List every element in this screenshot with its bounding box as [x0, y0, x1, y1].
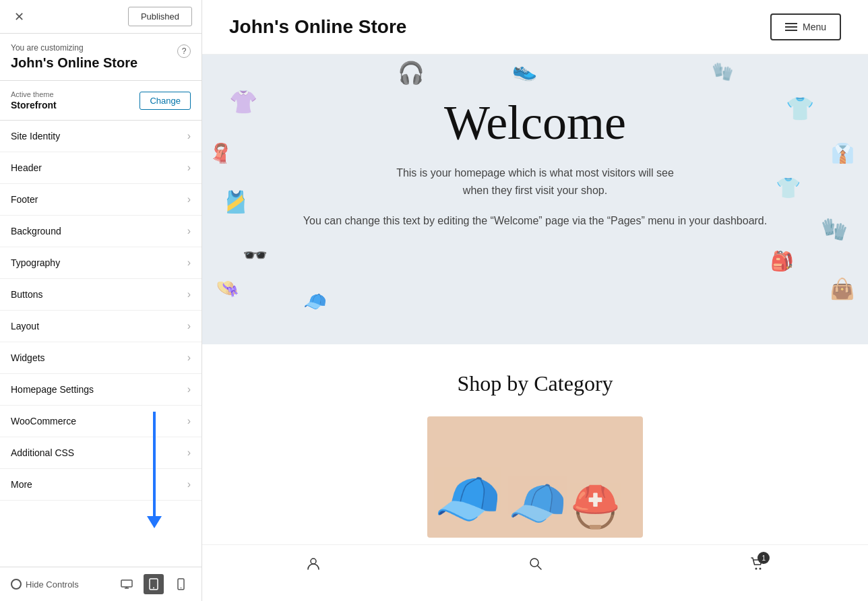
sidebar-item-widgets[interactable]: Widgets › — [0, 342, 202, 374]
sidebar-item-header[interactable]: Header › — [0, 152, 202, 184]
bottom-bar: Hide Controls — [0, 567, 202, 601]
chevron-right-icon: › — [187, 162, 191, 174]
sidebar-menu: Site Identity › Header › Footer › Backgr… — [0, 121, 202, 567]
active-theme-name: Storefront — [11, 100, 57, 110]
svg-point-11 — [530, 559, 538, 567]
hero-welcome: Welcome — [229, 95, 841, 151]
change-theme-button[interactable]: Change — [140, 92, 191, 110]
hero-section: 🎧 👟 👕 👔 👕 🧤 🎒 👜 👚 🧣 🎽 🕶️ 👒 🧢 🧤 Welcome — [202, 55, 868, 344]
sidebar-item-additional-css[interactable]: Additional CSS › — [0, 437, 202, 469]
preview-frame: John's Online Store Menu 🎧 👟 👕 👔 👕 — [202, 0, 868, 601]
sidebar-item-footer[interactable]: Footer › — [0, 184, 202, 216]
sidebar-item-label: Background — [11, 226, 61, 236]
chevron-right-icon: › — [187, 352, 191, 364]
svg-point-14 — [760, 568, 762, 570]
sidebar-item-label: Typography — [11, 257, 60, 268]
sidebar-item-typography[interactable]: Typography › — [0, 247, 202, 279]
svg-point-13 — [755, 568, 757, 570]
view-controls — [117, 574, 191, 594]
chevron-right-icon: › — [187, 193, 191, 205]
svg-point-6 — [180, 588, 181, 589]
close-button[interactable]: ✕ — [9, 7, 28, 26]
store-title: John's Online Store — [229, 16, 406, 38]
cart-badge: 1 — [757, 552, 770, 564]
main-preview: John's Online Store Menu 🎧 👟 👕 👔 👕 — [202, 0, 868, 601]
hide-controls-icon — [11, 579, 22, 590]
sidebar-item-background[interactable]: Background › — [0, 216, 202, 247]
sidebar-item-label: Widgets — [11, 352, 45, 363]
sidebar-item-label: More — [11, 479, 32, 490]
sidebar-item-label: Site Identity — [11, 131, 60, 141]
sidebar-item-label: Footer — [11, 194, 38, 205]
sidebar-item-label: WooCommerce — [11, 416, 76, 426]
sidebar-item-woocommerce[interactable]: WooCommerce › — [0, 406, 202, 437]
svg-point-10 — [311, 559, 316, 564]
sidebar-item-buttons[interactable]: Buttons › — [0, 279, 202, 311]
active-theme-label: Active theme — [11, 90, 57, 98]
chevron-right-icon: › — [187, 447, 191, 459]
top-bar: ✕ Published — [0, 0, 202, 34]
sidebar-item-homepage-settings[interactable]: Homepage Settings › — [0, 374, 202, 406]
sidebar-item-label: Buttons — [11, 289, 42, 300]
hide-controls-button[interactable]: Hide Controls — [11, 579, 79, 590]
shop-category-section: Shop by Category — [202, 344, 868, 410]
sidebar-item-label: Layout — [11, 321, 39, 331]
store-bottom-bar: 1 — [202, 544, 868, 586]
chevron-right-icon: › — [187, 130, 191, 142]
chevron-right-icon: › — [187, 383, 191, 396]
store-header: John's Online Store Menu — [202, 0, 868, 55]
sidebar-item-more[interactable]: More › — [0, 469, 202, 501]
category-grid: 🧢 🧢 ⛑️ — [202, 410, 868, 544]
customizing-header: You are customizing John's Online Store … — [0, 34, 202, 81]
hero-subtitle: This is your homepage which is what most… — [229, 164, 841, 199]
shop-category-title: Shop by Category — [216, 371, 855, 396]
hero-content: Welcome This is your homepage which is w… — [229, 95, 841, 230]
active-theme-section: Active theme Storefront Change — [0, 81, 202, 121]
chevron-right-icon: › — [187, 415, 191, 427]
store-menu-button[interactable]: Menu — [770, 13, 841, 40]
published-button[interactable]: Published — [128, 7, 192, 26]
store-menu-label: Menu — [803, 22, 826, 32]
customizing-label: You are customizing — [11, 43, 177, 53]
desktop-view-button[interactable] — [117, 574, 137, 594]
svg-rect-0 — [121, 580, 132, 587]
hero-note: You can change this text by editing the … — [229, 212, 841, 230]
chevron-right-icon: › — [187, 288, 191, 300]
chevron-right-icon: › — [187, 257, 191, 269]
tablet-view-button[interactable] — [144, 574, 164, 594]
sidebar-item-site-identity[interactable]: Site Identity › — [0, 121, 202, 152]
help-icon[interactable]: ? — [177, 44, 191, 58]
hide-controls-label: Hide Controls — [26, 579, 79, 590]
chevron-right-icon: › — [187, 320, 191, 332]
sidebar-item-layout[interactable]: Layout › — [0, 311, 202, 342]
svg-point-4 — [153, 588, 154, 589]
chevron-right-icon: › — [187, 225, 191, 237]
sidebar-item-label: Homepage Settings — [11, 384, 94, 395]
sidebar-item-label: Header — [11, 162, 42, 173]
svg-line-12 — [538, 566, 541, 569]
category-card: 🧢 🧢 ⛑️ — [427, 416, 643, 538]
sidebar-item-label: Additional CSS — [11, 447, 74, 458]
mobile-view-button[interactable] — [170, 574, 191, 594]
chevron-right-icon: › — [187, 478, 191, 491]
customizing-store-name: John's Online Store — [11, 55, 177, 71]
store-search-button[interactable] — [528, 556, 542, 575]
store-cart-button[interactable]: 1 — [749, 556, 764, 575]
store-account-button[interactable] — [306, 556, 321, 575]
